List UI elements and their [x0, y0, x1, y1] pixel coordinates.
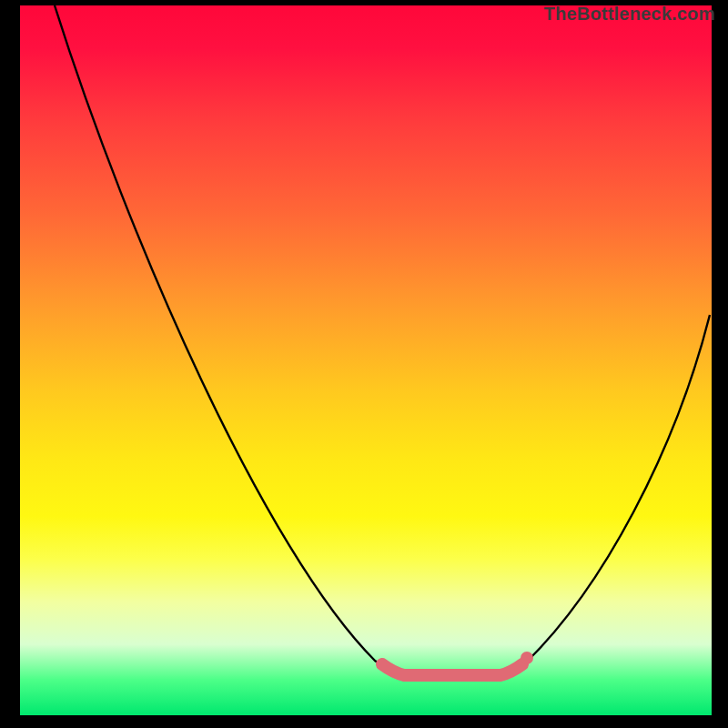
v-curve	[55, 5, 710, 675]
watermark-text: TheBottleneck.com	[544, 4, 715, 25]
bottleneck-curve	[20, 5, 712, 715]
chart-frame: TheBottleneck.com	[0, 0, 728, 728]
red-end-dot	[521, 652, 533, 664]
red-bottom-overlay	[382, 664, 522, 675]
